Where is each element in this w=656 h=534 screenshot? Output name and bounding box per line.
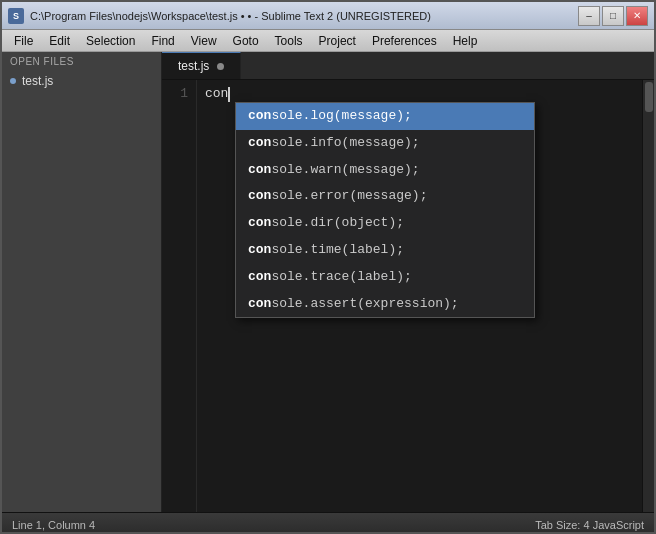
status-right: Tab Size: 4 JavaScript bbox=[433, 519, 644, 531]
autocomplete-item[interactable]: console.error(message); bbox=[236, 183, 534, 210]
autocomplete-item[interactable]: console.info(message); bbox=[236, 130, 534, 157]
autocomplete-item[interactable]: console.log(message); bbox=[236, 103, 534, 130]
scrollbar-thumb[interactable] bbox=[645, 82, 653, 112]
close-button[interactable]: ✕ bbox=[626, 6, 648, 26]
autocomplete-prefix: con bbox=[248, 135, 271, 150]
autocomplete-suffix: sole.trace(label); bbox=[271, 269, 411, 284]
autocomplete-suffix: sole.info(message); bbox=[271, 135, 419, 150]
autocomplete-suffix: sole.error(message); bbox=[271, 188, 427, 203]
status-bar: Line 1, Column 4 Tab Size: 4 JavaScript bbox=[2, 512, 654, 534]
tab-modified-dot bbox=[217, 63, 224, 70]
code-editor[interactable]: 1 con console.log(message);console.info(… bbox=[162, 80, 654, 512]
menu-item-tools[interactable]: Tools bbox=[267, 30, 311, 51]
tab-filename: test.js bbox=[178, 59, 209, 73]
menu-item-file[interactable]: File bbox=[6, 30, 41, 51]
editor-tab[interactable]: test.js bbox=[162, 52, 241, 79]
sidebar: OPEN FILES test.js bbox=[2, 52, 162, 512]
menu-bar: FileEditSelectionFindViewGotoToolsProjec… bbox=[2, 30, 654, 52]
title-text: C:\Program Files\nodejs\Workspace\test.j… bbox=[30, 10, 578, 22]
text-cursor bbox=[228, 87, 230, 102]
menu-item-find[interactable]: Find bbox=[143, 30, 182, 51]
sidebar-file-item[interactable]: test.js bbox=[2, 71, 161, 91]
autocomplete-prefix: con bbox=[248, 269, 271, 284]
autocomplete-prefix: con bbox=[248, 242, 271, 257]
autocomplete-dropdown: console.log(message);console.info(messag… bbox=[235, 102, 535, 318]
tab-bar: test.js bbox=[162, 52, 654, 80]
autocomplete-suffix: sole.dir(object); bbox=[271, 215, 404, 230]
maximize-button[interactable]: □ bbox=[602, 6, 624, 26]
main-layout: OPEN FILES test.js test.js 1 con co bbox=[2, 52, 654, 512]
file-modified-dot bbox=[10, 78, 16, 84]
autocomplete-prefix: con bbox=[248, 296, 271, 311]
autocomplete-item[interactable]: console.assert(expression); bbox=[236, 291, 534, 318]
autocomplete-item[interactable]: console.trace(label); bbox=[236, 264, 534, 291]
status-position: Line 1, Column 4 bbox=[12, 519, 223, 531]
autocomplete-suffix: sole.time(label); bbox=[271, 242, 404, 257]
autocomplete-suffix: sole.log(message); bbox=[271, 108, 411, 123]
app-icon: S bbox=[8, 8, 24, 24]
menu-item-help[interactable]: Help bbox=[445, 30, 486, 51]
autocomplete-suffix: sole.warn(message); bbox=[271, 162, 419, 177]
autocomplete-item[interactable]: console.warn(message); bbox=[236, 157, 534, 184]
typed-text: con bbox=[205, 84, 228, 105]
menu-item-edit[interactable]: Edit bbox=[41, 30, 78, 51]
editor-area: test.js 1 con console.log(message);conso… bbox=[162, 52, 654, 512]
open-files-label: OPEN FILES bbox=[2, 52, 161, 71]
autocomplete-prefix: con bbox=[248, 108, 271, 123]
menu-item-project[interactable]: Project bbox=[311, 30, 364, 51]
autocomplete-prefix: con bbox=[248, 188, 271, 203]
sidebar-filename: test.js bbox=[22, 74, 53, 88]
line-number: 1 bbox=[170, 84, 188, 105]
autocomplete-prefix: con bbox=[248, 215, 271, 230]
autocomplete-suffix: sole.assert(expression); bbox=[271, 296, 458, 311]
title-bar: S C:\Program Files\nodejs\Workspace\test… bbox=[2, 2, 654, 30]
line-numbers: 1 bbox=[162, 80, 197, 512]
menu-item-preferences[interactable]: Preferences bbox=[364, 30, 445, 51]
menu-item-view[interactable]: View bbox=[183, 30, 225, 51]
autocomplete-item[interactable]: console.dir(object); bbox=[236, 210, 534, 237]
code-content[interactable]: con console.log(message);console.info(me… bbox=[197, 80, 642, 512]
menu-item-selection[interactable]: Selection bbox=[78, 30, 143, 51]
scrollbar[interactable] bbox=[642, 80, 654, 512]
autocomplete-prefix: con bbox=[248, 162, 271, 177]
menu-item-goto[interactable]: Goto bbox=[225, 30, 267, 51]
autocomplete-item[interactable]: console.time(label); bbox=[236, 237, 534, 264]
minimize-button[interactable]: – bbox=[578, 6, 600, 26]
window-controls: – □ ✕ bbox=[578, 6, 648, 26]
